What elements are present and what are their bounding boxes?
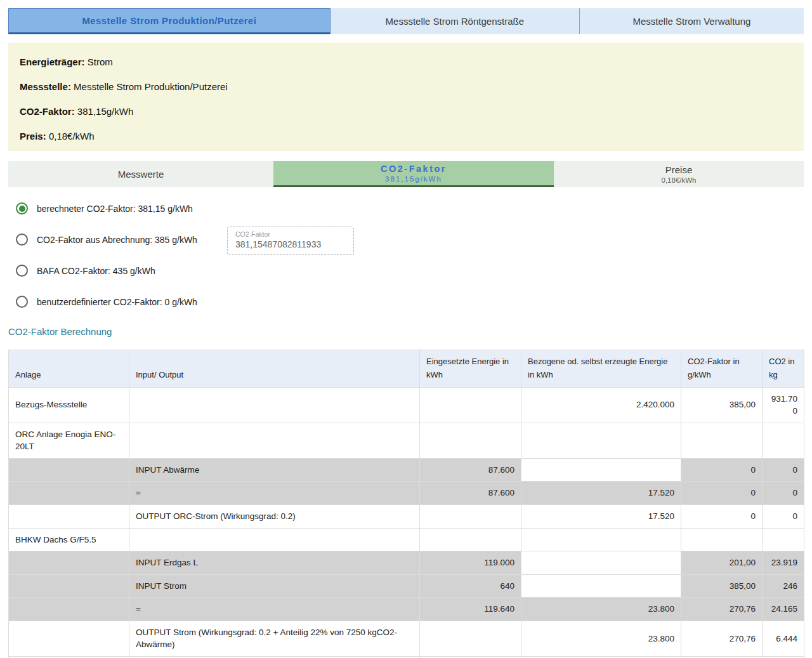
cell-bezogen: 17.520: [521, 482, 681, 505]
col-header-bezogene-energie: Bezogene od. selbst erzeugte Energie in …: [521, 350, 681, 388]
cell-co2: 0: [763, 482, 804, 505]
cell-anlage: [9, 621, 129, 656]
radio-benutzerdefiniert-label: benutzerdefinierter CO2-Faktor: 0 g/kWh: [37, 297, 197, 307]
radio-benutzerdefinierter-co2-faktor[interactable]: benutzerdefinierter CO2-Faktor: 0 g/kWh: [8, 286, 197, 317]
cell-faktor: 385,00: [681, 387, 763, 423]
cell-anlage: [9, 598, 129, 621]
info-row-messstelle: Messstelle: Messtelle Strom Produktion/P…: [20, 81, 792, 92]
page: Messtelle Strom Produktion/Putzerei Mess…: [0, 0, 812, 658]
cell-eingesetzt: [420, 528, 521, 551]
tab-messwerte-label: Messwerte: [118, 169, 164, 180]
table-row: INPUT Strom 640 385,00 246: [9, 574, 804, 598]
cell-bezogen: 2.420.000: [521, 387, 681, 423]
cell-anlage: BHKW Dachs G/F5.5: [9, 528, 129, 551]
cell-eingesetzt: 119.000: [420, 551, 521, 575]
table-row: = 119.640 23.800 270,76 24.165: [9, 598, 804, 621]
cell-co2: 23.919: [763, 551, 804, 575]
co2-faktor-options: berechneter CO2-Faktor: 381,15 g/kWh CO2…: [8, 187, 804, 319]
tab-messtelle-strom-verwaltung[interactable]: Messtelle Strom Verwaltung: [579, 8, 804, 34]
cell-faktor: 0: [681, 458, 763, 482]
info-label-co2-faktor: CO2-Faktor:: [20, 106, 75, 117]
radio-unselected-icon: [16, 265, 28, 277]
cell-bezogen: 23.800: [521, 621, 681, 656]
radio-unselected-icon: [16, 234, 28, 246]
messstelle-info-panel: Energieträger: Strom Messstelle: Messtel…: [8, 43, 804, 151]
cell-anlage: ORC Anlage Enogia ENO-20LT: [9, 423, 129, 458]
tab-co2-faktor[interactable]: CO2-Faktor 381,15g/kWh: [273, 161, 554, 187]
cell-io: =: [129, 598, 420, 621]
cell-bezogen: 23.800: [521, 598, 681, 621]
cell-bezogen: [521, 528, 681, 551]
info-row-preis: Preis: 0,18€/kWh: [20, 131, 792, 141]
co2-faktor-berechnung-link[interactable]: CO2-Faktor Berechnung: [8, 326, 112, 337]
table-row: = 87.600 17.520 0 0: [9, 482, 804, 505]
cell-co2: [763, 528, 804, 551]
table-header-row: Anlage Input/ Output Eingesetzte Energie…: [9, 350, 804, 388]
table-row: Bezugs-Messstelle 2.420.000 385,00 931.7…: [9, 387, 804, 423]
radio-co2-faktor-aus-abrechnung[interactable]: CO2-Faktor aus Abrechnung: 385 g/kWh: [8, 224, 197, 255]
info-value-energietraeger: Strom: [88, 56, 113, 67]
cell-co2: [763, 423, 804, 458]
cell-faktor: [681, 423, 763, 458]
col-header-co2-kg: CO2 in kg: [763, 350, 804, 388]
table-row: BHKW Dachs G/F5.5: [9, 528, 804, 551]
cell-io: [129, 387, 420, 423]
info-label-preis: Preis:: [20, 131, 46, 141]
tab-messstelle-strom-roentgenstrasse[interactable]: Messstelle Strom Röntgenstraße: [331, 8, 579, 34]
cell-co2: 931.700: [763, 387, 804, 423]
cell-io: =: [129, 482, 420, 505]
cell-eingesetzt: 87.600: [420, 458, 521, 482]
cell-io: OUTPUT Strom (Wirkungsgrad: 0.2 + Anteil…: [129, 621, 420, 656]
cell-anlage: [9, 574, 129, 598]
cell-anlage: [9, 458, 129, 482]
cell-co2: 0: [763, 458, 804, 482]
cell-faktor: 385,00: [681, 574, 763, 598]
cell-faktor: 270,76: [681, 598, 763, 621]
co2-faktor-input-label: CO2-Faktor: [235, 230, 346, 238]
radio-berechneter-co2-faktor[interactable]: berechneter CO2-Faktor: 381,15 g/kWh: [8, 193, 193, 224]
cell-io: INPUT Strom: [129, 574, 420, 598]
cell-io: [129, 423, 420, 458]
cell-io: [129, 528, 420, 551]
cell-bezogen: [521, 458, 681, 482]
info-value-co2-faktor: 381,15g/kWh: [77, 106, 133, 117]
tab-messtelle-strom-produktion-putzerei[interactable]: Messtelle Strom Produktion/Putzerei: [8, 8, 331, 34]
cell-eingesetzt: 87.600: [420, 482, 521, 505]
cell-eingesetzt: [420, 621, 521, 656]
tab-preise[interactable]: Preise 0,18€/kWh: [554, 161, 804, 187]
cell-eingesetzt: [420, 423, 521, 458]
co2-faktor-input[interactable]: CO2-Faktor 381,15487082811933: [227, 227, 354, 255]
radio-bafa-co2-faktor[interactable]: BAFA CO2-Faktor: 435 g/kWh: [8, 255, 155, 286]
radio-bafa-label: BAFA CO2-Faktor: 435 g/kWh: [37, 266, 155, 276]
col-header-anlage: Anlage: [9, 350, 129, 388]
radio-selected-icon: [16, 202, 28, 214]
cell-io: INPUT Abwärme: [129, 458, 420, 482]
cell-anlage: [9, 482, 129, 505]
table-row: OUTPUT ORC-Strom (Wirkungsgrad: 0.2) 17.…: [9, 504, 804, 528]
info-label-messstelle: Messstelle:: [20, 81, 71, 92]
info-label-energietraeger: Energieträger:: [20, 56, 85, 67]
cell-faktor: 201,00: [681, 551, 763, 575]
tab-messwerte[interactable]: Messwerte: [8, 161, 273, 187]
co2-faktor-input-value: 381,15487082811933: [235, 239, 346, 249]
messstelle-tab-bar: Messtelle Strom Produktion/Putzerei Mess…: [8, 8, 804, 34]
cell-eingesetzt: [420, 504, 521, 528]
cell-faktor: 270,76: [681, 621, 763, 656]
info-value-preis: 0,18€/kWh: [49, 131, 95, 141]
table-row: INPUT Erdgas L 119.000 201,00 23.919: [9, 551, 804, 575]
cell-anlage: [9, 504, 129, 528]
cell-faktor: 0: [681, 504, 763, 528]
cell-co2: 6.444: [763, 621, 804, 656]
info-value-messstelle: Messtelle Strom Produktion/Putzerei: [74, 81, 228, 92]
cell-eingesetzt: 119.640: [420, 598, 521, 621]
cell-eingesetzt: [420, 387, 521, 423]
col-header-co2-faktor: CO2-Faktor in g/kWh: [681, 350, 763, 388]
col-header-input-output: Input/ Output: [129, 350, 420, 388]
table-row: ORC Anlage Enogia ENO-20LT: [9, 423, 804, 458]
tab-co2-faktor-label: CO2-Faktor: [381, 164, 447, 174]
cell-anlage: Bezugs-Messstelle: [9, 387, 129, 423]
cell-eingesetzt: 640: [420, 574, 521, 598]
cell-co2: 246: [763, 574, 804, 598]
cell-co2: 0: [763, 504, 804, 528]
info-row-co2-faktor: CO2-Faktor: 381,15g/kWh: [20, 106, 792, 117]
